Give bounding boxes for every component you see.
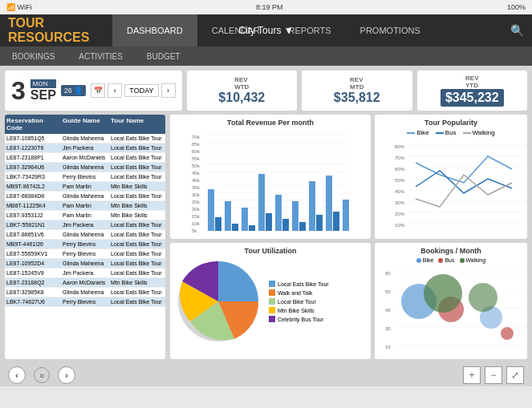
table-row[interactable]: LBK7-73429R3Perry BlevinsLocal Eats Bike… xyxy=(5,172,165,182)
expand-btn[interactable]: ⤢ xyxy=(506,366,524,384)
date-controls: 📅 ‹ TODAY › xyxy=(91,83,175,98)
svg-text:10: 10 xyxy=(385,345,391,349)
table-cell-tour: Local Eats Bike Tour xyxy=(109,297,165,306)
content-area: 3 MON SEP 26 👤 📅 ‹ TODAY › REV WTD$10,43… xyxy=(0,66,532,364)
table-row[interactable]: MB9T-4461I26Perry BlevinsLocal Eats Bike… xyxy=(5,240,165,249)
table-row[interactable]: LE87-68084D8Glinda MaheenaLocal Eats Bik… xyxy=(5,192,165,201)
table-row[interactable]: LE87-23188P1Aaron McDanielsLocal Eats Bi… xyxy=(5,153,165,163)
table-row[interactable]: MB8T-11225K4Pam MartinMtn Bike Skills xyxy=(5,201,165,211)
table-row[interactable]: LE87-55659KV1Perry BlevinsLocal Eats Bik… xyxy=(5,249,165,259)
table-cell-tour: Mtn Bike Skills xyxy=(109,201,165,210)
sub-nav-activities[interactable]: ACTIVITIES xyxy=(75,52,126,61)
table-header: Reservation Code Guide Name Tour Name xyxy=(5,115,165,134)
svg-text:35k: 35k xyxy=(192,185,201,190)
table-row[interactable]: LE87-32985K8Glinda MaheenaLocal Eats Bik… xyxy=(5,288,165,297)
svg-rect-44 xyxy=(343,200,349,231)
table-cell-guide: Pam Martin xyxy=(61,201,109,210)
svg-text:70k: 70k xyxy=(192,135,201,139)
table-cell-code: LE87-32964U6 xyxy=(5,163,61,172)
svg-text:30: 30 xyxy=(385,326,391,331)
svg-text:10%: 10% xyxy=(395,223,405,228)
svg-rect-31 xyxy=(232,224,238,231)
logo: TOUR RESOURCES xyxy=(8,16,112,45)
legend-bus: Bus xyxy=(436,129,457,136)
sub-header: BOOKINGSACTIVITIESBUDGET xyxy=(0,46,532,66)
legend-walking: Walking xyxy=(463,129,495,136)
stat-box: REV WTD$10,432 xyxy=(187,71,297,111)
footer-nav: ‹ ○ › xyxy=(8,366,75,384)
table-cell-code: MB9T-96742L2 xyxy=(5,182,61,191)
user-count: 26 👤 xyxy=(61,85,87,96)
prev-day-btn[interactable]: ‹ xyxy=(108,83,122,98)
table-cell-guide: Jim Packera xyxy=(61,269,109,277)
svg-point-86 xyxy=(469,283,497,312)
svg-text:70%: 70% xyxy=(395,156,405,160)
utilization-title: Tour Utilization xyxy=(174,247,367,255)
svg-text:10k: 10k xyxy=(192,221,201,226)
utilization-svg xyxy=(174,257,262,345)
svg-text:20k: 20k xyxy=(192,207,201,212)
nav-tab-promotions[interactable]: PROMOTIONS xyxy=(346,14,435,46)
sub-nav-bookings[interactable]: BOOKINGS xyxy=(8,52,59,61)
calendar-icon[interactable]: 📅 xyxy=(91,83,105,98)
svg-text:5k: 5k xyxy=(192,228,197,233)
table-row[interactable]: LE87-32964U6Glinda MaheenaLocal Eats Bik… xyxy=(5,163,165,172)
table-cell-tour: Local Eats Bike Tour xyxy=(109,220,165,229)
svg-rect-29 xyxy=(215,217,221,231)
table-cell-code: LE87-32985K8 xyxy=(5,288,61,297)
add-btn[interactable]: + xyxy=(463,366,481,384)
table-cell-guide: Perry Blevins xyxy=(61,172,109,181)
table-row[interactable]: LBK7-74627U6Perry BlevinsLocal Eats Bike… xyxy=(5,297,165,307)
next-btn[interactable]: › xyxy=(58,366,75,384)
sub-nav-budget[interactable]: BUDGET xyxy=(143,52,185,61)
remove-btn[interactable]: − xyxy=(485,366,502,384)
svg-text:20%: 20% xyxy=(395,212,405,216)
today-btn[interactable]: TODAY xyxy=(124,84,158,97)
header: TOUR RESOURCES DASHBOARDCALENDARREPORTSP… xyxy=(0,14,532,46)
table-cell-tour: Mtn Bike Skills xyxy=(109,278,165,287)
table-row[interactable]: LE87-15245V9Jim PackeraLocal Eats Bike T… xyxy=(5,269,165,278)
svg-rect-34 xyxy=(258,174,265,231)
svg-text:80%: 80% xyxy=(395,144,405,149)
svg-text:30%: 30% xyxy=(395,200,405,205)
status-time: 8:19 PM xyxy=(256,3,283,11)
table-cell-tour: Local Eats Bike Tour xyxy=(109,172,165,181)
svg-text:30k: 30k xyxy=(192,192,201,197)
svg-text:40: 40 xyxy=(385,308,391,313)
nav-tab-dashboard[interactable]: DASHBOARD xyxy=(112,14,197,46)
table-cell-guide: Aaron McDaniels xyxy=(61,153,109,162)
svg-text:55k: 55k xyxy=(192,156,201,161)
svg-text:60k: 60k xyxy=(192,149,201,154)
table-cell-tour: Local Eats Bike Tour xyxy=(109,230,165,239)
table-cell-tour: Local Eats Bike Tour xyxy=(109,249,165,258)
popularity-chart-title: Tour Popularity xyxy=(379,119,523,127)
table-row[interactable]: LE87-93531J2Pam MartinMtn Bike Skills xyxy=(5,211,165,220)
charts-top: Total Revenue Per month 70k 65k 60k 55k … xyxy=(170,115,527,239)
table-cell-guide: Pam Martin xyxy=(61,211,109,220)
table-cell-tour: Mtn Bike Skills xyxy=(109,182,165,191)
svg-point-83 xyxy=(424,274,462,313)
table-row[interactable]: LE87-10952D4Glinda MaheenaLocal Eats Bik… xyxy=(5,259,165,269)
table-cell-tour: Local Eats Bike Tour xyxy=(109,134,165,143)
table-cell-guide: Glinda Maheena xyxy=(61,163,109,172)
svg-rect-38 xyxy=(292,201,298,231)
bookings-title: Bookings / Month xyxy=(379,247,523,255)
table-cell-guide: Glinda Maheena xyxy=(61,259,109,268)
next-day-btn[interactable]: › xyxy=(161,83,176,98)
bookings-legend: Bike Bus Walking xyxy=(379,257,523,263)
prev-btn[interactable]: ‹ xyxy=(8,366,26,384)
table-body: LE87-10851Q5Glinda MaheenaLocal Eats Bik… xyxy=(5,134,165,307)
table-row[interactable]: LE87-23188Q2Aaron McDanielsMtn Bike Skil… xyxy=(5,278,165,288)
footer: ‹ ○ › + − ⤢ xyxy=(0,364,532,386)
table-row[interactable]: LBK7-55821N1Jim PackeraLocal Eats Bike T… xyxy=(5,220,165,230)
stat-box: REV YTD$345,232 xyxy=(417,71,527,111)
table-row[interactable]: LE87-12230T6Jim PackeraLocal Eats Bike T… xyxy=(5,143,165,153)
col-tour: Tour Name xyxy=(109,115,165,134)
svg-rect-35 xyxy=(266,213,272,231)
search-icon[interactable]: 🔍 xyxy=(510,24,524,37)
table-cell-guide: Jim Packera xyxy=(61,143,109,152)
popularity-chart: Tour Popularity Bike Bus Walking 80% 70%… xyxy=(375,115,527,239)
table-row[interactable]: MB9T-96742L2Pam MartinMtn Bike Skills xyxy=(5,182,165,192)
table-row[interactable]: LE87-88651V6Glinda MaheenaLocal Eats Bik… xyxy=(5,230,165,240)
table-row[interactable]: LE87-10851Q5Glinda MaheenaLocal Eats Bik… xyxy=(5,134,165,143)
